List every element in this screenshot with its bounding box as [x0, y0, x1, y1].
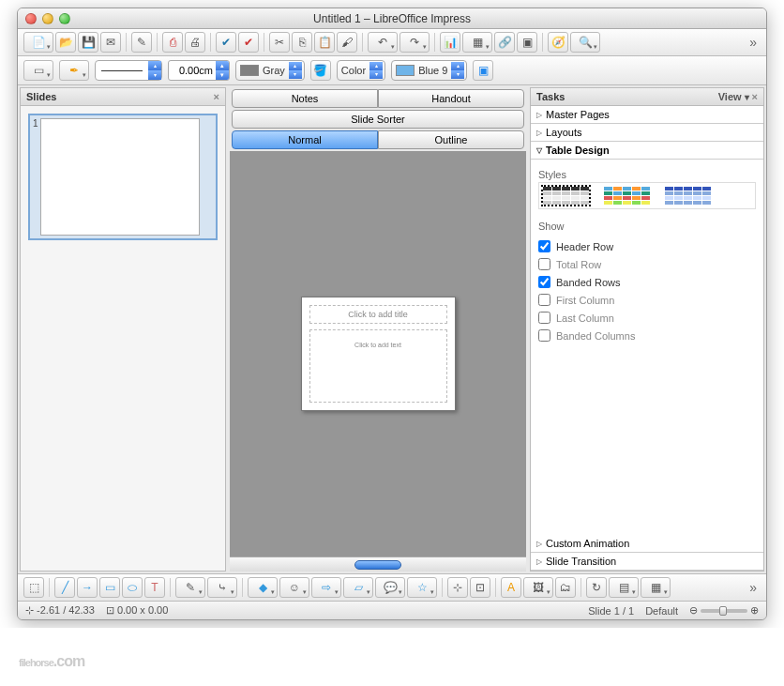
- format-paint-button[interactable]: 🖌: [337, 32, 357, 53]
- symbol-shapes-tool[interactable]: ☺: [279, 577, 309, 598]
- from-file-tool[interactable]: 🖼: [523, 577, 553, 598]
- rect-tool[interactable]: ▭: [99, 577, 120, 598]
- ellipse-tool[interactable]: ⬭: [122, 577, 143, 598]
- autospell-button[interactable]: ✔: [238, 32, 259, 53]
- line-color-select[interactable]: Gray ▴▾: [235, 60, 305, 81]
- toolbar-overflow-button[interactable]: »: [746, 35, 761, 50]
- slide-thumbnail[interactable]: 1: [28, 114, 218, 240]
- table-styles-gallery[interactable]: [538, 182, 756, 209]
- tab-notes[interactable]: Notes: [232, 89, 378, 108]
- arrange-button[interactable]: ▭: [23, 60, 53, 81]
- zoom-slider[interactable]: [701, 609, 747, 613]
- tab-slide-sorter[interactable]: Slide Sorter: [232, 110, 524, 129]
- table-style-2[interactable]: [604, 187, 650, 205]
- edit-button[interactable]: ✎: [131, 32, 152, 53]
- chart-button[interactable]: 📊: [440, 32, 460, 53]
- drawbar-overflow-button[interactable]: »: [746, 580, 761, 595]
- arrow-tool[interactable]: →: [77, 577, 98, 598]
- new-doc-button[interactable]: 📄: [23, 32, 53, 53]
- gallery-tool[interactable]: 🗂: [555, 577, 576, 598]
- print-button[interactable]: 🖨: [185, 32, 205, 53]
- content-placeholder[interactable]: Click to add text: [309, 329, 447, 403]
- tab-handout[interactable]: Handout: [378, 89, 524, 108]
- copy-button[interactable]: ⎘: [292, 32, 312, 53]
- line-width-field[interactable]: [169, 65, 216, 76]
- section-table-design[interactable]: ▽Table Design: [531, 142, 763, 160]
- cut-button[interactable]: ✂: [269, 32, 290, 53]
- slides-list[interactable]: 1: [21, 106, 225, 571]
- fontwork-tool[interactable]: A: [501, 577, 521, 598]
- zoom-handle[interactable]: [719, 606, 727, 616]
- line-tool[interactable]: ╱: [54, 577, 75, 598]
- section-slide-transition[interactable]: ▷Slide Transition: [531, 553, 763, 571]
- paste-button[interactable]: 📋: [314, 32, 335, 53]
- save-button[interactable]: 💾: [78, 32, 98, 53]
- close-tasks-panel-button[interactable]: ×: [752, 91, 758, 102]
- opt-first-column[interactable]: First Column: [538, 291, 756, 309]
- section-custom-animation[interactable]: ▷Custom Animation: [531, 535, 763, 553]
- slideshow-button[interactable]: ▣: [517, 32, 537, 53]
- zoom-button[interactable]: 🔍: [570, 32, 600, 53]
- section-layouts[interactable]: ▷Layouts: [531, 124, 763, 142]
- arrange-tool[interactable]: ▦: [641, 577, 671, 598]
- line-end-button[interactable]: ✒: [59, 60, 89, 81]
- table-button[interactable]: ▦: [462, 32, 492, 53]
- table-style-3[interactable]: [665, 187, 711, 205]
- fill-type-select[interactable]: Color ▴▾: [337, 60, 385, 81]
- fill-color-select[interactable]: Blue 9 ▴▾: [391, 60, 467, 81]
- redo-button[interactable]: ↷: [400, 32, 430, 53]
- text-tool[interactable]: T: [144, 577, 165, 598]
- titlebar[interactable]: Untitled 1 – LibreOffice Impress: [18, 8, 766, 29]
- fill-bucket-button[interactable]: 🪣: [310, 60, 331, 81]
- zoom-control[interactable]: ⊖⊕: [689, 604, 759, 617]
- tab-normal[interactable]: Normal: [232, 130, 378, 149]
- rotate-tool[interactable]: ↻: [586, 577, 607, 598]
- close-slides-panel-button[interactable]: ×: [214, 91, 219, 102]
- line-style-select[interactable]: ▴▾: [95, 60, 162, 81]
- slide-number: 1: [33, 118, 38, 129]
- opt-last-column[interactable]: Last Column: [538, 309, 756, 327]
- formatting-toolbar: ▭ ✒ ▴▾ ▴▾ Gray ▴▾ 🪣 Color ▴▾ Blue 9 ▴▾ ▣: [18, 56, 766, 85]
- undo-button[interactable]: ↶: [368, 32, 398, 53]
- tab-outline[interactable]: Outline: [378, 130, 524, 149]
- hyperlink-button[interactable]: 🔗: [494, 32, 515, 53]
- opt-total-row[interactable]: Total Row: [538, 255, 756, 273]
- section-master-pages[interactable]: ▷Master Pages: [531, 106, 763, 124]
- curve-tool[interactable]: ✎: [175, 577, 205, 598]
- connector-tool[interactable]: ⤷: [207, 577, 237, 598]
- table-style-1[interactable]: [543, 187, 589, 205]
- title-placeholder[interactable]: Click to add title: [309, 305, 447, 324]
- callout-tool[interactable]: 💬: [375, 577, 405, 598]
- open-button[interactable]: 📂: [55, 32, 76, 53]
- opt-banded-rows[interactable]: Banded Rows: [538, 273, 756, 291]
- window-title: Untitled 1 – LibreOffice Impress: [18, 12, 766, 25]
- navigator-button[interactable]: 🧭: [548, 32, 568, 53]
- line-width-input[interactable]: ▴▾: [168, 60, 230, 81]
- horizontal-scrollbar[interactable]: [230, 556, 526, 572]
- basic-shapes-tool[interactable]: ◆: [248, 577, 278, 598]
- spellcheck-button[interactable]: ✔: [216, 32, 236, 53]
- slides-panel-title: Slides: [26, 91, 56, 102]
- status-coords: ⊹ -2.61 / 42.33: [25, 604, 95, 617]
- points-tool[interactable]: ⊹: [447, 577, 468, 598]
- gluepoints-tool[interactable]: ⊡: [470, 577, 490, 598]
- scrollbar-thumb[interactable]: [354, 560, 401, 570]
- block-arrows-tool[interactable]: ⇨: [311, 577, 341, 598]
- align-tool[interactable]: ▤: [609, 577, 639, 598]
- pdf-export-button[interactable]: ⎙: [162, 32, 183, 53]
- stars-tool[interactable]: ☆: [407, 577, 437, 598]
- opt-header-row[interactable]: Header Row: [538, 237, 756, 255]
- slide[interactable]: Click to add title Click to add text: [301, 297, 456, 411]
- select-tool[interactable]: ⬚: [23, 577, 44, 598]
- shadow-button[interactable]: ▣: [473, 60, 493, 81]
- status-slide: Slide 1 / 1: [588, 605, 634, 617]
- slide-canvas[interactable]: Click to add title Click to add text: [230, 151, 526, 556]
- flowchart-tool[interactable]: ▱: [343, 577, 373, 598]
- close-window-button[interactable]: [25, 13, 37, 24]
- zoom-window-button[interactable]: [59, 13, 70, 24]
- opt-banded-columns[interactable]: Banded Columns: [538, 327, 756, 344]
- editor-area: Notes Handout Slide Sorter Normal Outlin…: [230, 87, 526, 572]
- email-button[interactable]: ✉: [100, 32, 121, 53]
- tasks-view-menu[interactable]: View ▾ ×: [718, 91, 758, 102]
- minimize-window-button[interactable]: [42, 13, 53, 24]
